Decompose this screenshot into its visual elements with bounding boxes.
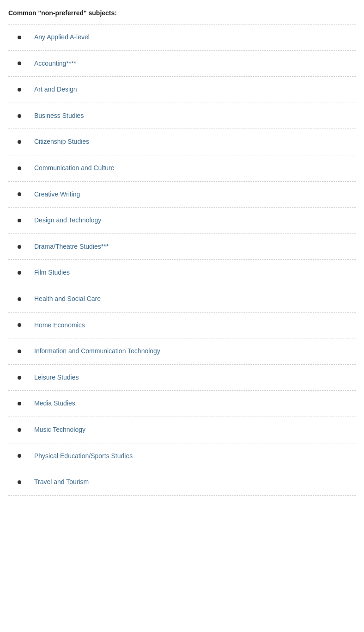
subject-label-creative-writing: Creative Writing	[34, 190, 80, 199]
list-item: Physical Education/Sports Studies	[8, 443, 356, 470]
subject-label-communication-and-culture: Communication and Culture	[34, 164, 115, 173]
bullet-icon	[18, 219, 21, 222]
list-item: Communication and Culture	[8, 155, 356, 182]
list-item: Any Applied A-level	[8, 24, 356, 51]
subject-label-business-studies: Business Studies	[34, 111, 84, 121]
list-item: Leisure Studies	[8, 365, 356, 391]
subject-label-health-and-social-care: Health and Social Care	[34, 295, 101, 304]
bullet-icon	[18, 61, 21, 65]
bullet-icon	[18, 245, 21, 249]
list-item: Health and Social Care	[8, 286, 356, 313]
bullet-icon	[18, 323, 21, 327]
bullet-icon	[18, 428, 21, 432]
list-item: Home Economics	[8, 313, 356, 339]
bullet-icon	[18, 88, 21, 92]
bullet-icon	[18, 376, 21, 380]
list-item: Film Studies	[8, 260, 356, 286]
bullet-icon	[18, 114, 21, 118]
subject-label-physical-education-sports-studies: Physical Education/Sports Studies	[34, 452, 133, 461]
list-item: Music Technology	[8, 417, 356, 443]
list-item: Design and Technology	[8, 208, 356, 234]
subject-label-accounting: Accounting****	[34, 59, 76, 68]
list-item: Travel and Tourism	[8, 469, 356, 496]
bullet-icon	[18, 192, 21, 196]
bullet-icon	[18, 166, 21, 170]
bullet-icon	[18, 454, 21, 458]
list-item: Media Studies	[8, 391, 356, 417]
subject-label-media-studies: Media Studies	[34, 399, 75, 408]
subject-label-film-studies: Film Studies	[34, 268, 70, 277]
subject-label-home-economics: Home Economics	[34, 321, 85, 330]
section-heading: Common "non-preferred" subjects:	[8, 9, 356, 17]
bullet-icon	[18, 402, 21, 405]
subject-label-citizenship-studies: Citizenship Studies	[34, 137, 89, 147]
list-item: Accounting****	[8, 51, 356, 77]
subject-list: Any Applied A-levelAccounting****Art and…	[8, 24, 356, 496]
subject-label-design-and-technology: Design and Technology	[34, 216, 101, 225]
list-item: Art and Design	[8, 77, 356, 103]
bullet-icon	[18, 297, 21, 301]
subject-label-music-technology: Music Technology	[34, 425, 85, 435]
subject-label-travel-and-tourism: Travel and Tourism	[34, 478, 89, 487]
list-item: Information and Communication Technology	[8, 338, 356, 365]
bullet-icon	[18, 36, 21, 39]
subject-label-drama-theatre-studies: Drama/Theatre Studies***	[34, 242, 109, 252]
subject-label-information-and-communication-technology: Information and Communication Technology	[34, 347, 160, 356]
bullet-icon	[18, 350, 21, 353]
list-item: Business Studies	[8, 103, 356, 129]
bullet-icon	[18, 271, 21, 275]
list-item: Drama/Theatre Studies***	[8, 234, 356, 260]
bullet-icon	[18, 480, 21, 484]
list-item: Creative Writing	[8, 182, 356, 208]
subject-label-art-and-design: Art and Design	[34, 85, 77, 94]
subject-label-leisure-studies: Leisure Studies	[34, 373, 79, 382]
list-item: Citizenship Studies	[8, 129, 356, 155]
subject-label-any-applied-a-level: Any Applied A-level	[34, 33, 90, 42]
bullet-icon	[18, 140, 21, 144]
